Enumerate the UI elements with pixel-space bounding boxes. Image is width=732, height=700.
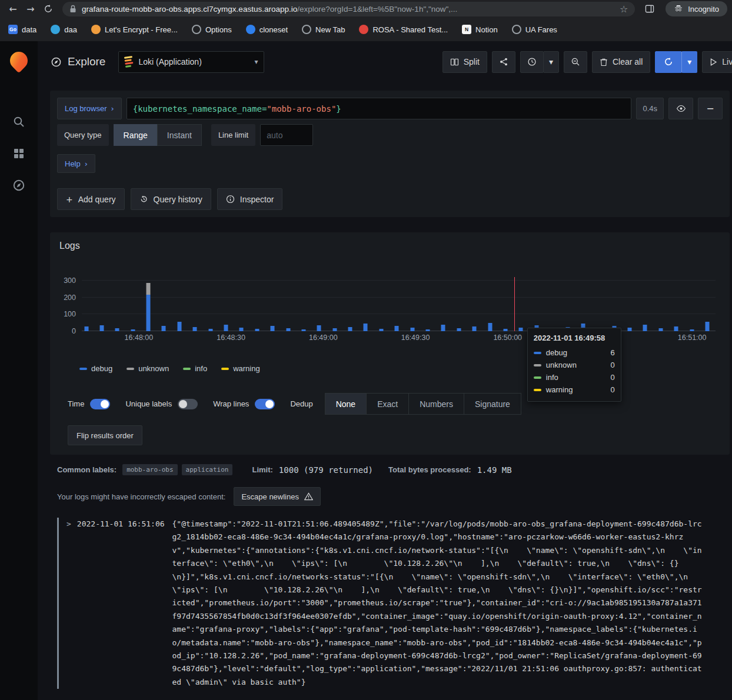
legend-item-debug[interactable]: debug	[79, 364, 112, 373]
incognito-icon	[674, 4, 683, 14]
line-limit-input[interactable]	[260, 124, 313, 146]
explore-compass-icon[interactable]	[12, 179, 25, 192]
escape-notice-text: Your logs might have incorrectly escaped…	[57, 492, 225, 501]
legend-item-warning[interactable]: warning	[221, 364, 260, 373]
split-button[interactable]: Split	[442, 51, 487, 73]
log-timestamp: 2022-11-01 16:51:06	[77, 518, 165, 689]
bytes-processed-value: 1.49 MB	[477, 465, 512, 475]
dedup-exact[interactable]: Exact	[366, 393, 409, 415]
search-icon[interactable]	[12, 115, 25, 128]
tooltip-row: debug6	[534, 346, 615, 359]
forward-icon[interactable]: →	[22, 1, 39, 16]
run-query-chevron-button[interactable]: ▾	[681, 51, 697, 73]
query-type-range[interactable]: Range	[114, 124, 158, 146]
bookmark-options[interactable]: Options	[192, 25, 232, 34]
chart-bar-debug	[705, 322, 709, 331]
unique-labels-toggle[interactable]	[178, 399, 198, 409]
y-axis-tick: 200	[64, 294, 76, 302]
add-query-button[interactable]: + Add query	[57, 188, 125, 210]
address-bar[interactable]: grafana-route-mobb-aro-obs.apps.cl7cymgx…	[62, 2, 635, 16]
time-toggle[interactable]	[90, 399, 110, 409]
share-button[interactable]	[492, 51, 515, 73]
globe-icon	[192, 25, 201, 34]
legend-item-info[interactable]: info	[183, 364, 207, 373]
bookmark-daa[interactable]: daa	[51, 25, 77, 34]
bookmark-ua-fares[interactable]: UA Fares	[512, 25, 557, 34]
godoc-icon: Go	[8, 25, 18, 34]
dedup-signature[interactable]: Signature	[464, 393, 521, 415]
warning-triangle-icon	[304, 492, 313, 501]
logs-volume-plot[interactable]	[82, 277, 716, 331]
logs-meta-row: Common labels: mobb-aro-obs application …	[57, 464, 730, 475]
log-row[interactable]: > 2022-11-01 16:51:06 {"@timestamp":"202…	[57, 518, 730, 689]
legend-label: debug	[91, 364, 112, 373]
run-query-button[interactable]	[655, 51, 682, 73]
log-level-bar	[57, 518, 59, 689]
explore-icon	[51, 56, 62, 68]
bookmark-cloneset[interactable]: cloneset	[246, 25, 288, 34]
chart-bar-debug	[115, 328, 119, 331]
query-type-radio-group: Range Instant	[114, 124, 202, 146]
chart-cursor-line	[514, 277, 515, 331]
limit-value: 1000 (979 returned)	[279, 465, 373, 475]
y-axis-tick: 100	[64, 310, 76, 318]
flip-results-order-button[interactable]: Flip results order	[68, 425, 142, 445]
remove-query-button[interactable]: −	[698, 98, 723, 119]
dashboards-icon[interactable]	[12, 147, 25, 160]
chart-gridline	[82, 297, 716, 298]
log-browser-button[interactable]: Log browser ›	[57, 98, 122, 119]
tooltip-timestamp: 2022-11-01 16:49:58	[534, 334, 615, 342]
limit-label: Limit:	[252, 465, 272, 474]
bookmark-star-icon[interactable]: ☆	[620, 4, 628, 15]
time-picker-clock-button[interactable]	[520, 51, 544, 73]
wrap-lines-toggle[interactable]	[255, 399, 275, 409]
cloneset-icon	[246, 25, 255, 34]
tooltip-row: warning0	[534, 384, 615, 396]
bookmark-rosa[interactable]: ROSA - Shared Test...	[359, 25, 448, 34]
trash-icon	[600, 58, 608, 66]
explore-header: Explore Loki (Application) ▾ Split	[38, 41, 732, 82]
query-visibility-button[interactable]	[668, 98, 693, 119]
legend-label: info	[195, 364, 207, 373]
live-button[interactable]: Live	[702, 51, 732, 73]
page-title: Explore	[68, 55, 105, 68]
datasource-picker[interactable]: Loki (Application) ▾	[118, 51, 264, 73]
logs-volume-chart[interactable]: 0100200300 16:48:0016:48:3016:49:0016:49…	[59, 277, 720, 346]
zoom-out-button[interactable]	[564, 51, 587, 73]
query-history-button[interactable]: Query history	[131, 188, 211, 210]
inspector-button[interactable]: Inspector	[217, 188, 283, 210]
bookmark-new-tab[interactable]: New Tab	[302, 25, 345, 34]
log-rows: > 2022-11-01 16:51:06 {"@timestamp":"202…	[57, 518, 730, 689]
query-type-instant[interactable]: Instant	[157, 124, 202, 146]
tooltip-row: info0	[534, 371, 615, 384]
escape-notice-row: Your logs might have incorrectly escaped…	[57, 487, 730, 506]
side-panel-icon[interactable]	[641, 4, 658, 14]
common-labels-label: Common labels:	[57, 465, 117, 474]
time-picker-chevron-button[interactable]: ▾	[543, 51, 559, 73]
bookmark-data[interactable]: Godata	[8, 25, 36, 34]
chart-bar-debug	[131, 329, 135, 331]
bookmark-notion[interactable]: NNotion	[462, 25, 498, 34]
clear-all-button[interactable]: Clear all	[592, 51, 650, 73]
chart-bar-debug	[147, 295, 151, 331]
escape-newlines-button[interactable]: Escape newlines	[234, 487, 321, 506]
bookmark-letsencrypt[interactable]: Let's Encrypt - Free...	[91, 25, 178, 34]
grafana-logo-icon[interactable]	[6, 48, 31, 73]
time-picker: ▾	[520, 51, 559, 73]
logs-volume-yaxis: 0100200300	[59, 277, 78, 331]
chart-gridline	[82, 280, 716, 281]
back-icon[interactable]: ←	[5, 1, 21, 16]
help-button[interactable]: Help ›	[57, 154, 95, 173]
tooltip-series-value: 0	[611, 361, 615, 369]
dedup-numbers[interactable]: Numbers	[408, 393, 464, 415]
log-expand-icon[interactable]: >	[66, 518, 71, 689]
dedup-label: Dedup	[290, 399, 312, 408]
query-expression-input[interactable]: {kubernetes_namespace_name="mobb-aro-obs…	[127, 98, 632, 119]
x-axis-tick: 16:48:30	[217, 334, 245, 342]
reload-icon[interactable]	[40, 1, 56, 16]
add-query-label: Add query	[78, 195, 116, 204]
legend-item-unknown[interactable]: unknown	[127, 364, 169, 373]
chevron-down-icon: ▾	[254, 58, 258, 66]
url-host: grafana-route-mobb-aro-obs.apps.cl7cymgx…	[82, 5, 297, 14]
dedup-none[interactable]: None	[325, 393, 367, 415]
